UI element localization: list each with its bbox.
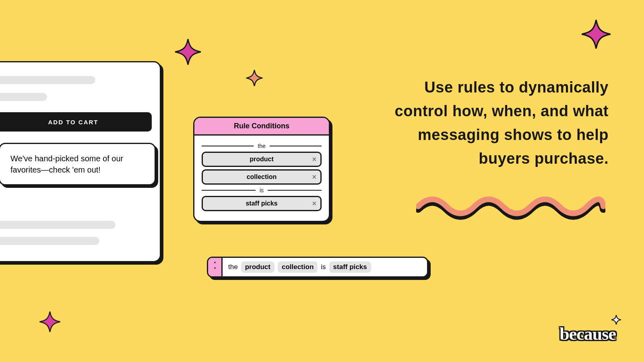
- sparkle-icon: [611, 315, 621, 327]
- rule-word: the: [228, 263, 238, 271]
- chevron-down-icon[interactable]: ˅: [214, 267, 216, 272]
- rule-conditions-body: the product× collection× is staff picks×: [194, 136, 329, 221]
- add-to-cart-button[interactable]: ADD TO CART: [0, 112, 152, 132]
- squiggle-decoration: [416, 193, 605, 221]
- add-to-cart-label: ADD TO CART: [48, 119, 98, 125]
- rule-pill-staff-picks[interactable]: staff picks: [329, 261, 371, 273]
- rule-word: is: [321, 263, 326, 271]
- message-banner: We've hand-picked some of our favorites—…: [0, 143, 156, 185]
- rule-divider-the: the: [202, 143, 322, 149]
- rule-divider-is: is: [202, 187, 322, 193]
- rule-conditions-panel: Rule Conditions the product× collection×…: [193, 117, 330, 222]
- rule-conditions-title: Rule Conditions: [194, 118, 329, 136]
- message-text: We've hand-picked some of our favorites—…: [10, 154, 123, 174]
- rule-stepper[interactable]: ˄ ˅: [208, 258, 223, 276]
- remove-icon[interactable]: ×: [312, 155, 316, 164]
- product-card: ADD TO CART We've hand-picked some of ou…: [0, 61, 161, 262]
- sparkle-icon: [39, 311, 61, 333]
- rule-summary-bar: ˄ ˅ the product collection is staff pick…: [207, 257, 428, 278]
- skeleton-line: [0, 76, 95, 84]
- chevron-up-icon[interactable]: ˄: [214, 262, 216, 267]
- sparkle-icon: [174, 38, 202, 66]
- because-logo: because: [559, 324, 616, 344]
- skeleton-line: [0, 237, 99, 245]
- rule-chip-collection[interactable]: collection×: [202, 169, 322, 185]
- rule-pill-product[interactable]: product: [241, 261, 275, 273]
- rule-summary-content: the product collection is staff picks: [223, 258, 427, 276]
- skeleton-line: [0, 221, 116, 229]
- headline-text: Use rules to dynamically control how, wh…: [383, 76, 609, 171]
- sparkle-icon: [580, 19, 612, 50]
- rule-pill-collection[interactable]: collection: [278, 261, 318, 273]
- rule-chip-staff-picks[interactable]: staff picks×: [202, 196, 322, 211]
- remove-icon[interactable]: ×: [312, 173, 316, 181]
- skeleton-line: [0, 93, 47, 101]
- rule-chip-product[interactable]: product×: [202, 152, 322, 167]
- remove-icon[interactable]: ×: [312, 200, 316, 208]
- sparkle-icon: [246, 69, 263, 87]
